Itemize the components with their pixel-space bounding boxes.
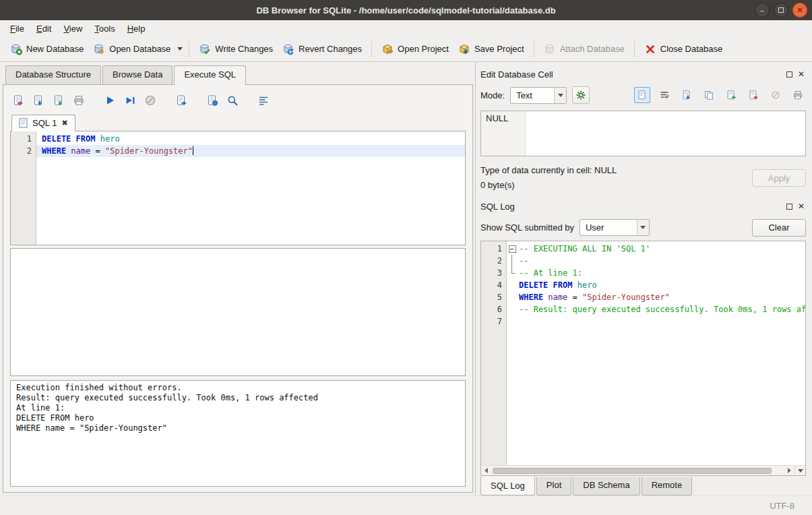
minimize-button[interactable]: –	[755, 3, 770, 18]
fold-collapse-icon[interactable]	[507, 243, 518, 255]
set-null-icon	[770, 90, 781, 100]
fold-column	[507, 315, 518, 328]
code-line: 3-- At line 1:	[481, 267, 805, 279]
open-in-editor-button[interactable]	[679, 87, 695, 103]
write-changes-button[interactable]: Write Changes	[194, 40, 278, 59]
text-mode-button[interactable]	[634, 87, 650, 103]
menu-view[interactable]: View	[57, 22, 88, 36]
sql-tab[interactable]: SQL 1 ✖	[11, 115, 75, 131]
scrollbar-thumb[interactable]	[493, 468, 772, 474]
execute-sql-pane: SQL 1 ✖ 1DELETE FROM hero2WHERE name = "…	[3, 84, 473, 493]
open-sql-file-icon[interactable]	[10, 92, 26, 109]
menu-edit[interactable]: Edit	[30, 22, 57, 36]
execute-current-line-icon[interactable]	[122, 92, 138, 109]
chevron-down-icon	[637, 220, 649, 235]
export-results-icon[interactable]	[173, 92, 189, 109]
tab-sql-log[interactable]: SQL Log	[480, 477, 535, 495]
mode-select[interactable]: Text	[510, 87, 567, 104]
revert-changes-label: Revert Changes	[299, 44, 362, 54]
menubar: File Edit View Tools Help	[0, 20, 812, 36]
log-filter-select[interactable]: User	[580, 219, 650, 236]
save-results-icon[interactable]	[204, 92, 220, 109]
new-database-button[interactable]: New Database	[5, 40, 88, 59]
export-data-button[interactable]	[745, 87, 761, 103]
save-project-button[interactable]: Save Project	[454, 40, 529, 59]
tab-remote[interactable]: Remote	[642, 477, 693, 495]
revert-changes-button[interactable]: Revert Changes	[278, 40, 367, 59]
open-database-button[interactable]: Open Database	[88, 40, 175, 59]
sql-editor[interactable]: 1DELETE FROM hero2WHERE name = "Spider-Y…	[10, 131, 466, 245]
close-database-button[interactable]: Close Database	[639, 40, 728, 59]
code-line: 5WHERE name = "Spider-Youngster"	[481, 291, 805, 303]
tab-plot[interactable]: Plot	[536, 477, 571, 495]
code-line: 6-- Result: query executed successfully.…	[481, 303, 805, 315]
close-panel-icon[interactable]: ✕	[798, 202, 805, 210]
sql-tab-bar: SQL 1 ✖	[10, 115, 466, 131]
revert-changes-icon	[282, 43, 294, 55]
fold-column	[507, 267, 518, 279]
minimize-icon: –	[760, 6, 764, 14]
log-filter-value: User	[580, 222, 637, 233]
save-sql-as-icon[interactable]	[51, 92, 67, 109]
sql-log-view[interactable]: 1-- EXECUTING ALL IN 'SQL 1'2--3-- At li…	[480, 241, 806, 476]
menu-tools[interactable]: Tools	[88, 22, 121, 36]
code-text: -- At line 1:	[518, 267, 805, 279]
close-window-button[interactable]: ✕	[792, 3, 807, 18]
scroll-right-icon[interactable]	[784, 466, 794, 476]
toolbar-separator	[634, 41, 635, 57]
code-text: -- Result: query executed successfully. …	[518, 303, 805, 315]
copy-icon	[704, 90, 714, 100]
edit-cell-title: Edit Database Cell	[480, 69, 786, 80]
clear-log-button[interactable]: Clear	[752, 219, 806, 237]
edit-cell-toolbar: Mode: Text	[480, 86, 806, 104]
close-tab-icon[interactable]: ✖	[61, 119, 67, 127]
auto-mode-button[interactable]	[572, 86, 590, 104]
code-line: 7	[481, 315, 805, 328]
code-line: 2WHERE name = "Spider-Youngster"	[11, 145, 465, 157]
titlebar[interactable]: DB Browser for SQLite - /home/user/code/…	[0, 0, 812, 20]
open-database-label: Open Database	[109, 44, 170, 54]
right-panel: Edit Database Cell ✕ Mode: Text	[475, 62, 812, 495]
cell-value: NULL	[481, 111, 526, 156]
sql-log-title: SQL Log	[480, 202, 786, 212]
scroll-down-icon[interactable]	[794, 466, 805, 476]
set-null-button	[768, 87, 784, 103]
word-wrap-button[interactable]	[656, 87, 673, 103]
copy-button[interactable]	[701, 87, 717, 103]
tab-execute-sql[interactable]: Execute SQL	[174, 65, 246, 85]
menu-file[interactable]: File	[4, 22, 30, 36]
word-wrap-icon	[659, 90, 670, 100]
tab-database-structure[interactable]: Database Structure	[5, 65, 101, 84]
open-project-button[interactable]: Open Project	[377, 40, 454, 59]
toggle-wrap-icon[interactable]	[255, 92, 272, 109]
tab-browse-data[interactable]: Browse Data	[102, 65, 173, 84]
results-grid[interactable]	[10, 248, 466, 376]
window-controls: – ✕	[755, 3, 807, 18]
scroll-left-icon[interactable]	[481, 466, 491, 476]
find-replace-icon[interactable]	[224, 92, 241, 109]
cell-editor[interactable]: NULL	[480, 111, 806, 156]
save-sql-file-icon[interactable]	[30, 92, 46, 109]
open-database-dropdown[interactable]	[175, 36, 184, 61]
cell-editor-body[interactable]	[526, 111, 805, 156]
menu-help[interactable]: Help	[121, 22, 152, 36]
print-cell-button[interactable]	[790, 87, 806, 103]
toolbar-separator	[189, 41, 189, 57]
mode-label: Mode:	[480, 90, 505, 100]
line-number: 7	[481, 315, 507, 328]
maximize-button[interactable]	[774, 3, 788, 18]
import-data-button[interactable]	[723, 87, 739, 103]
attach-database-icon	[544, 43, 556, 55]
close-panel-icon[interactable]: ✕	[798, 70, 805, 78]
horizontal-scrollbar[interactable]	[481, 465, 805, 475]
encoding-indicator[interactable]: UTF-8	[770, 501, 794, 511]
save-project-icon	[458, 43, 470, 55]
undock-icon[interactable]	[786, 204, 792, 210]
tab-db-schema[interactable]: DB Schema	[573, 477, 639, 495]
execute-all-icon[interactable]	[102, 92, 118, 109]
undock-icon[interactable]	[786, 71, 792, 78]
fold-column	[507, 279, 518, 291]
line-number: 1	[481, 243, 507, 255]
print-icon[interactable]	[71, 92, 87, 109]
text-cursor	[193, 146, 193, 155]
